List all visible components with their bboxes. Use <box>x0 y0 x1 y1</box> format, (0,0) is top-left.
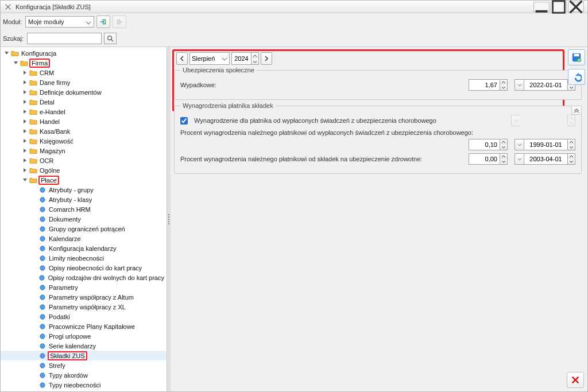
spin-up-button[interactable] <box>500 154 507 159</box>
wypadkowe-date-input[interactable] <box>524 79 567 91</box>
calendar-dropdown-button[interactable] <box>514 79 524 91</box>
svg-point-5 <box>40 197 45 201</box>
expand-icon[interactable] <box>21 99 28 106</box>
tree-item[interactable]: Kasa/Bank <box>1 126 167 136</box>
tree-item[interactable]: Płace <box>1 175 167 185</box>
tree-item[interactable]: Grupy ograniczeń potrąceń <box>1 224 167 234</box>
year-input[interactable] <box>231 52 251 65</box>
minimize-button[interactable] <box>533 2 550 12</box>
expand-icon[interactable] <box>21 89 28 96</box>
tree-item[interactable]: Dane firmy <box>1 77 167 87</box>
tree-item[interactable]: Magazyn <box>1 146 167 156</box>
tree-item[interactable]: Pracownicze Plany Kapitałowe <box>1 321 167 331</box>
calendar-dropdown-button[interactable] <box>514 153 524 165</box>
expand-icon[interactable] <box>21 128 28 135</box>
wypadkowe-input[interactable] <box>469 79 500 91</box>
tree-item[interactable]: Typy nieobecności <box>1 380 167 390</box>
sick-benefit-date-input[interactable] <box>524 139 567 150</box>
tree-item[interactable]: Konfiguracja <box>1 48 167 58</box>
next-period-button[interactable] <box>261 52 272 65</box>
close-button[interactable] <box>567 372 584 388</box>
year-up-button[interactable] <box>252 53 258 59</box>
config-tree[interactable]: KonfiguracjaFirmaCRMDane firmyDefinicje … <box>1 48 167 390</box>
tree-item[interactable]: CRM <box>1 68 167 77</box>
tree-item[interactable]: Definicje dokumentów <box>1 87 167 97</box>
tree-label: CRM <box>40 69 54 76</box>
tree-item[interactable]: Ogólne <box>1 165 167 175</box>
month-dropdown[interactable]: Sierpień <box>189 52 230 65</box>
tree-item[interactable]: Opisy nieobecności do kart pracy <box>1 263 167 273</box>
expand-icon[interactable] <box>12 60 19 67</box>
expand-icon[interactable] <box>3 50 10 57</box>
search-bar: Szukaj: <box>1 30 587 46</box>
module-dropdown-value: Moje moduły <box>28 18 64 25</box>
payer-remuneration-checkbox[interactable] <box>180 117 188 125</box>
tree-item[interactable]: Księgowość <box>1 136 167 146</box>
wypadkowe-value-spinner[interactable] <box>469 79 508 91</box>
expand-icon[interactable] <box>21 148 28 154</box>
tree-item[interactable]: Parametry współpracy z XL <box>1 302 167 312</box>
undo-button[interactable] <box>568 69 585 85</box>
spin-up-button[interactable] <box>500 80 507 85</box>
svg-point-8 <box>40 226 45 231</box>
tree-item[interactable]: Typy akordów <box>1 370 167 380</box>
tree-item[interactable]: Handel <box>1 117 167 126</box>
svg-point-4 <box>40 187 45 192</box>
leaf-icon <box>38 265 47 271</box>
leaf-icon <box>38 304 47 311</box>
prev-period-button[interactable] <box>176 52 188 65</box>
tree-item[interactable]: Kalendarze <box>1 234 167 243</box>
search-button[interactable] <box>104 33 117 44</box>
spin-down-button[interactable] <box>500 159 507 164</box>
sick-benefit-input[interactable] <box>469 139 500 150</box>
health-value-spinner[interactable] <box>469 153 508 165</box>
wypadkowe-row: Wypadkowe: <box>180 79 575 91</box>
expand-icon[interactable] <box>21 69 28 76</box>
tree-item[interactable]: Parametry współpracy z Altum <box>1 292 167 302</box>
expand-icon[interactable] <box>21 108 28 115</box>
health-date-input[interactable] <box>524 153 567 165</box>
leaf-icon <box>38 187 47 193</box>
login-button[interactable] <box>96 15 110 28</box>
tree-item[interactable]: e-Handel <box>1 107 167 117</box>
tree-item[interactable]: Strefy <box>1 360 167 370</box>
year-down-button[interactable] <box>252 59 258 64</box>
maximize-button[interactable] <box>551 2 567 12</box>
expand-icon[interactable] <box>21 79 28 86</box>
search-input[interactable] <box>27 33 102 44</box>
tree-item[interactable]: Progi urlopowe <box>1 331 167 341</box>
tree-item[interactable]: Limity nieobecności <box>1 253 167 263</box>
tree-item[interactable]: Detal <box>1 97 167 107</box>
year-spinner[interactable] <box>231 52 259 65</box>
expand-icon[interactable] <box>21 118 28 125</box>
expand-icon[interactable] <box>21 177 28 184</box>
save-button[interactable] <box>568 49 585 65</box>
tree-item[interactable]: Comarch HRM <box>1 204 167 214</box>
sick-benefit-value-spinner[interactable] <box>469 139 508 150</box>
tree-item[interactable]: Dokumenty <box>1 214 167 224</box>
health-input[interactable] <box>469 153 500 165</box>
tree-item[interactable]: Składki ZUS <box>1 351 167 360</box>
folder-icon <box>11 50 19 57</box>
expand-icon[interactable] <box>21 157 28 164</box>
tree-item[interactable]: Parametry <box>1 282 167 292</box>
tree-item[interactable]: Opisy rodzajów dni wolnych do kart pracy <box>1 273 167 282</box>
spin-up-button[interactable] <box>500 139 507 145</box>
tree-item[interactable]: Podatki <box>1 312 167 321</box>
tree-item[interactable]: OCR <box>1 156 167 165</box>
module-dropdown[interactable]: Moje moduły <box>25 16 94 28</box>
spin-down-button[interactable] <box>500 85 507 90</box>
tree-item[interactable]: Konfiguracja kalendarzy <box>1 243 167 253</box>
close-window-button[interactable] <box>568 2 584 12</box>
tree-item[interactable]: Atrybuty - klasy <box>1 195 167 204</box>
tree-item[interactable]: Serie kalendarzy <box>1 341 167 351</box>
spin-down-button[interactable] <box>500 145 507 150</box>
tree-item[interactable]: Firma <box>1 58 167 68</box>
calendar-dropdown-button[interactable] <box>514 139 524 150</box>
folder-icon <box>29 99 37 106</box>
expand-icon[interactable] <box>21 138 28 145</box>
expand-icon[interactable] <box>21 167 28 174</box>
tree-item[interactable]: Atrybuty - grupy <box>1 185 167 195</box>
group-title: Wynagrodzenia płatnika składek <box>180 102 276 109</box>
tree-label: Składki ZUS <box>49 352 86 359</box>
